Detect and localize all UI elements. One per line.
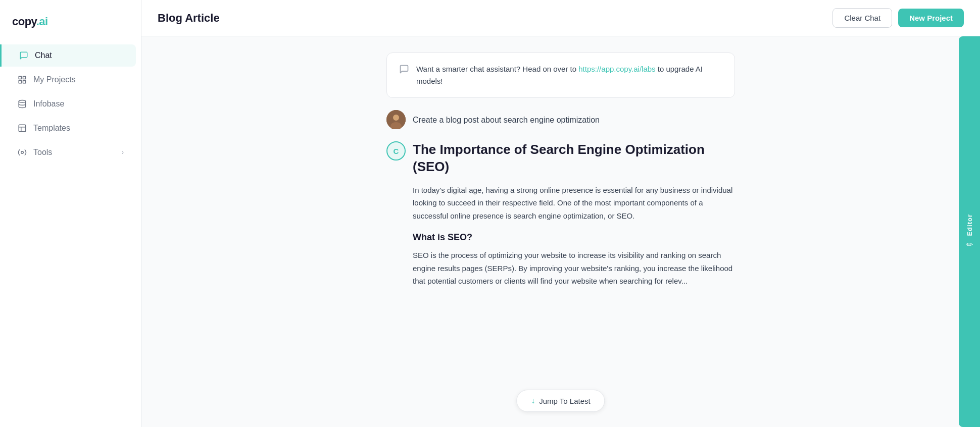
svg-point-4	[19, 100, 26, 103]
sidebar-item-templates[interactable]: Templates	[5, 117, 136, 139]
sidebar-item-infobase[interactable]: Infobase	[5, 93, 136, 115]
logo: copy.ai	[0, 10, 141, 43]
svg-rect-1	[23, 76, 26, 79]
system-message-text: Want a smarter chat assistant? Head on o…	[416, 63, 722, 87]
user-avatar	[386, 110, 406, 129]
chat-area: Want a smarter chat assistant? Head on o…	[141, 36, 980, 427]
editor-panel-label: Editor	[966, 214, 973, 236]
user-message-text: Create a blog post about search engine o…	[413, 110, 600, 126]
svg-rect-0	[19, 76, 21, 79]
ai-avatar: C	[386, 141, 406, 161]
jump-to-latest-button[interactable]: ↓ Jump To Latest	[516, 390, 605, 412]
pencil-icon: ✏	[966, 240, 973, 249]
jump-arrow-icon: ↓	[531, 396, 535, 405]
infobase-icon	[17, 99, 27, 109]
chat-icon	[19, 50, 29, 61]
ai-content: The Importance of Search Engine Optimiza…	[413, 141, 735, 298]
sidebar-item-my-projects-label: My Projects	[33, 75, 76, 84]
svg-rect-5	[19, 125, 26, 132]
clear-chat-button[interactable]: Clear Chat	[832, 8, 892, 28]
sidebar-item-tools-label: Tools	[33, 148, 52, 157]
main-content: Blog Article Clear Chat New Project Want…	[141, 0, 980, 427]
svg-point-10	[393, 115, 399, 121]
new-project-button[interactable]: New Project	[898, 9, 964, 27]
sidebar-item-chat-label: Chat	[35, 51, 52, 60]
sidebar: copy.ai Chat My Projects Infobase	[0, 0, 141, 427]
svg-point-8	[21, 151, 24, 154]
chat-inner: Want a smarter chat assistant? Head on o…	[376, 52, 745, 298]
ai-response-subtitle: What is SEO?	[413, 232, 735, 243]
logo-copy: copy	[12, 15, 36, 28]
sidebar-item-my-projects[interactable]: My Projects	[5, 69, 136, 91]
chevron-right-icon: ›	[122, 149, 124, 156]
logo-ai: ai	[39, 15, 47, 28]
ai-response-intro: In today's digital age, having a strong …	[413, 184, 735, 223]
projects-icon	[17, 75, 27, 85]
ai-response-title: The Importance of Search Engine Optimiza…	[413, 141, 735, 176]
svg-rect-2	[19, 81, 21, 83]
message-icon	[399, 64, 409, 77]
page-title: Blog Article	[158, 12, 220, 25]
tools-icon	[17, 147, 27, 157]
user-message: Create a blog post about search engine o…	[386, 110, 735, 129]
header: Blog Article Clear Chat New Project	[141, 0, 980, 36]
svg-rect-3	[23, 81, 26, 83]
ai-message: C The Importance of Search Engine Optimi…	[386, 141, 735, 298]
sidebar-item-templates-label: Templates	[33, 124, 70, 133]
sidebar-item-chat[interactable]: Chat	[0, 44, 136, 67]
sidebar-item-tools[interactable]: Tools ›	[5, 141, 136, 164]
ai-response-body: SEO is the process of optimizing your we…	[413, 249, 735, 288]
templates-icon	[17, 123, 27, 133]
system-message: Want a smarter chat assistant? Head on o…	[386, 52, 735, 98]
sidebar-item-infobase-label: Infobase	[33, 99, 64, 109]
header-actions: Clear Chat New Project	[832, 8, 964, 28]
editor-panel[interactable]: Editor ✏	[959, 36, 980, 427]
jump-to-latest-label: Jump To Latest	[539, 397, 590, 405]
